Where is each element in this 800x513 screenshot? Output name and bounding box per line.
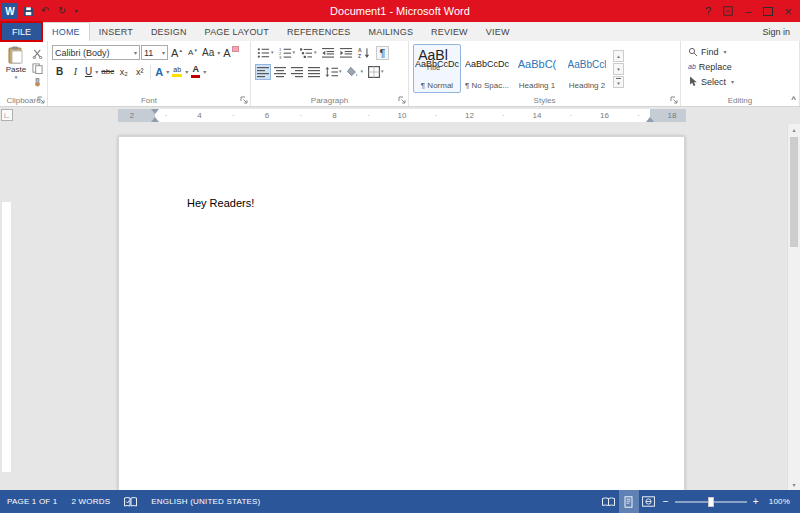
document-page[interactable]: Hey Readers! xyxy=(118,136,685,490)
font-name-combo[interactable]: Calibri (Body) ▾ xyxy=(52,45,140,60)
word-count[interactable]: 2 WORDS xyxy=(65,490,118,513)
web-layout-button[interactable] xyxy=(639,490,659,513)
copy-button[interactable] xyxy=(31,62,44,75)
font-size-combo[interactable]: 11 ▾ xyxy=(141,45,168,60)
clipboard-group: Paste ▾ Clipboard xyxy=(0,41,48,106)
page-indicator[interactable]: PAGE 1 OF 1 xyxy=(0,490,65,513)
zoom-slider-thumb[interactable] xyxy=(708,497,714,507)
align-right-button[interactable] xyxy=(289,64,305,80)
multilevel-list-button[interactable]: ▾ xyxy=(298,45,319,61)
maximize-button[interactable] xyxy=(758,0,778,22)
styles-scroll-up-button[interactable]: ▴ xyxy=(613,50,624,62)
justify-button[interactable] xyxy=(306,64,322,80)
style-card[interactable]: AaBbCcDc ¶ No Spac... xyxy=(463,44,511,93)
style-card[interactable]: AaBbCcDc ¶ Normal xyxy=(413,44,461,93)
italic-button[interactable]: I xyxy=(68,64,83,80)
line-spacing-button[interactable]: ▾ xyxy=(323,64,344,80)
format-painter-button[interactable] xyxy=(31,77,44,90)
minimize-button[interactable]: – xyxy=(738,0,758,22)
ribbon-tab[interactable]: REFERENCES xyxy=(278,22,360,41)
subscript-button[interactable]: x₂ xyxy=(116,64,131,80)
strikethrough-button[interactable]: abc xyxy=(100,64,115,80)
superscript-button[interactable]: x² xyxy=(132,64,147,80)
first-line-indent-marker[interactable] xyxy=(151,109,159,114)
highlight-color-button[interactable]: ab ▾ xyxy=(171,64,189,80)
change-case-button[interactable]: Aa▾ xyxy=(201,45,221,61)
word-logo-icon[interactable]: W xyxy=(2,3,18,19)
bold-button[interactable]: B xyxy=(52,64,67,80)
print-layout-button[interactable] xyxy=(619,490,639,513)
shrink-font-button[interactable]: A▾ xyxy=(185,45,200,61)
customize-qat-dropdown[interactable]: ▾ xyxy=(72,4,80,18)
font-dialog-launcher[interactable] xyxy=(239,95,249,105)
horizontal-ruler[interactable]: 2·4·6·8·10·12·14·16·18 xyxy=(118,109,686,122)
proofing-status[interactable] xyxy=(117,490,144,513)
ribbon-tab[interactable]: MAILINGS xyxy=(360,22,423,41)
text-effects-button[interactable]: A▾ xyxy=(154,64,170,80)
scroll-up-arrow-icon[interactable]: ▴ xyxy=(788,126,800,133)
cut-button[interactable] xyxy=(31,47,44,60)
ribbon-display-options-button[interactable] xyxy=(718,0,738,22)
clear-formatting-button[interactable]: A xyxy=(222,45,239,61)
grow-font-button[interactable]: A▴ xyxy=(169,45,184,61)
style-label: ¶ No Spac... xyxy=(465,81,509,90)
sign-in-link[interactable]: Sign in xyxy=(762,27,800,37)
left-indent-marker[interactable] xyxy=(151,117,159,122)
ribbon-tab[interactable]: DESIGN xyxy=(142,22,196,41)
tab-file[interactable]: FILE xyxy=(1,22,42,41)
ribbon-tab[interactable]: REVIEW xyxy=(422,22,477,41)
find-button[interactable]: Find ▾ xyxy=(688,44,796,59)
language-indicator[interactable]: ENGLISH (UNITED STATES) xyxy=(144,490,267,513)
font-color-button[interactable]: A ▾ xyxy=(190,64,207,80)
undo-button[interactable]: ↶ xyxy=(38,4,52,18)
zoom-in-button[interactable]: + xyxy=(749,496,763,507)
paragraph-dialog-launcher[interactable] xyxy=(397,95,407,105)
dialog-launcher-icon xyxy=(37,96,45,104)
read-mode-button[interactable] xyxy=(599,490,619,513)
paste-button[interactable]: Paste ▾ xyxy=(4,44,28,93)
show-hide-marks-button[interactable]: ¶ xyxy=(374,45,392,61)
help-button[interactable]: ? xyxy=(698,0,718,22)
borders-button[interactable]: ▾ xyxy=(366,64,386,80)
styles-more-button[interactable]: ▾ xyxy=(613,76,624,88)
bullets-button[interactable]: ▾ xyxy=(255,45,276,61)
tab-stop-selector[interactable]: ∟ xyxy=(1,109,13,121)
vertical-scrollbar[interactable]: ▴ ▾ xyxy=(787,124,800,490)
right-indent-marker[interactable] xyxy=(646,117,654,122)
ruler-tick: · xyxy=(637,110,640,121)
vertical-ruler[interactable] xyxy=(0,124,13,490)
paragraph-group: ▾ 123 ▾ ▾ AZ ¶ xyxy=(251,41,409,106)
sort-icon: AZ xyxy=(358,47,371,59)
zoom-level[interactable]: 100% xyxy=(763,497,796,506)
underline-button[interactable]: U▾ xyxy=(84,64,99,80)
select-button[interactable]: Select ▾ xyxy=(688,74,796,89)
zoom-out-button[interactable]: − xyxy=(659,496,673,507)
styles-scroll-down-button[interactable]: ▾ xyxy=(613,63,624,75)
align-center-button[interactable] xyxy=(272,64,288,80)
redo-button[interactable]: ↻ xyxy=(55,4,69,18)
close-button[interactable]: × xyxy=(778,0,798,22)
style-preview: AaBbCcDc xyxy=(415,47,459,81)
document-text[interactable]: Hey Readers! xyxy=(187,197,254,209)
align-left-button[interactable] xyxy=(255,64,271,80)
clipboard-dialog-launcher[interactable] xyxy=(36,95,46,105)
scroll-down-arrow-icon[interactable]: ▾ xyxy=(788,481,800,488)
ribbon-tab[interactable]: INSERT xyxy=(90,22,142,41)
decrease-indent-button[interactable] xyxy=(320,45,337,61)
ribbon-tab[interactable]: HOME xyxy=(42,22,90,41)
ribbon-tab[interactable]: VIEW xyxy=(477,22,519,41)
scrollbar-thumb[interactable] xyxy=(790,137,798,247)
replace-button[interactable]: ab Replace xyxy=(688,59,796,74)
save-button[interactable] xyxy=(21,4,35,18)
styles-dialog-launcher[interactable] xyxy=(669,95,679,105)
numbering-button[interactable]: 123 ▾ xyxy=(277,45,298,61)
justify-icon xyxy=(308,66,320,78)
ribbon-tab[interactable]: PAGE LAYOUT xyxy=(196,22,278,41)
style-card[interactable]: AaBbC( Heading 1 xyxy=(513,44,561,93)
collapse-ribbon-button[interactable]: ^ xyxy=(791,95,796,104)
increase-indent-button[interactable] xyxy=(338,45,355,61)
sort-button[interactable]: AZ xyxy=(356,45,373,61)
style-card[interactable]: AaBbCcl Heading 2 xyxy=(563,44,611,93)
zoom-slider[interactable] xyxy=(675,501,747,503)
shading-button[interactable]: ▾ xyxy=(345,64,366,80)
